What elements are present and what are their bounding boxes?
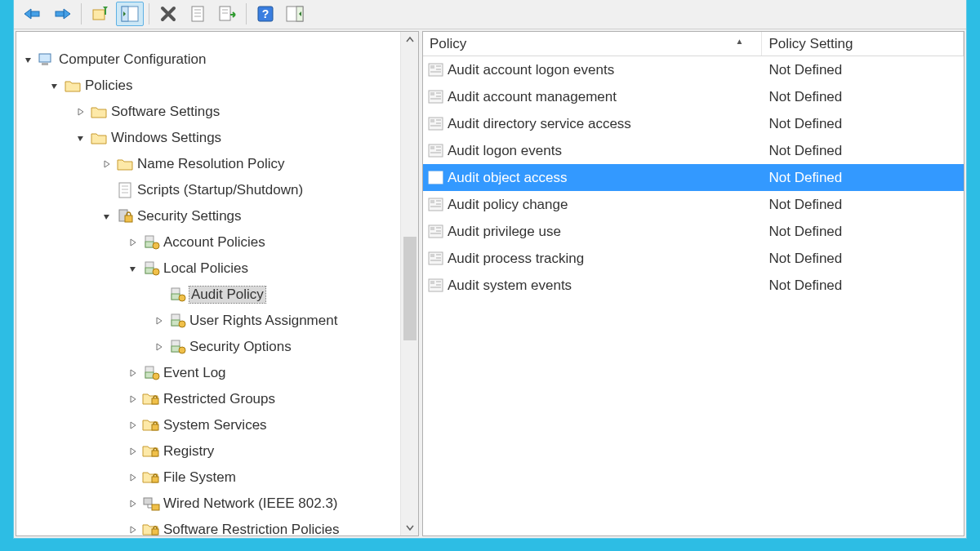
expand-arrow xyxy=(100,183,114,198)
tree-secitem-icon xyxy=(168,339,186,355)
svg-rect-68 xyxy=(436,146,441,148)
svg-rect-43 xyxy=(152,398,158,404)
tree-item-label: Software Restriction Policies xyxy=(163,522,339,535)
tree-item[interactable]: Event Log xyxy=(16,360,399,386)
tree-item[interactable]: Restricted Groups xyxy=(16,386,399,412)
policy-row[interactable]: Audit logon eventsNot Defined xyxy=(423,137,964,164)
svg-rect-6 xyxy=(192,7,203,21)
expand-arrow[interactable] xyxy=(126,261,140,276)
scroll-up-button[interactable] xyxy=(401,32,418,48)
policy-setting: Not Defined xyxy=(768,278,842,293)
policy-row[interactable]: Audit account logon eventsNot Defined xyxy=(423,56,964,83)
details-pane: Policy▲Policy Setting Audit account logo… xyxy=(422,31,964,536)
expand-arrow[interactable] xyxy=(21,52,36,67)
up-button[interactable] xyxy=(87,2,114,26)
tree-folder-icon xyxy=(116,156,134,172)
policy-row[interactable]: Audit privilege useNot Defined xyxy=(423,218,964,245)
svg-rect-77 xyxy=(430,200,434,203)
tree-scrollbar[interactable] xyxy=(400,32,418,535)
sort-ascending-icon: ▲ xyxy=(736,37,744,46)
delete-button[interactable] xyxy=(154,2,182,26)
svg-rect-63 xyxy=(436,119,441,121)
expand-arrow[interactable] xyxy=(126,366,140,380)
export-list-button[interactable] xyxy=(213,2,241,26)
policy-setting: Not Defined xyxy=(768,251,842,266)
expand-arrow[interactable] xyxy=(126,496,140,511)
tree-item[interactable]: System Services xyxy=(16,412,399,438)
tree-item[interactable]: Registry xyxy=(16,438,399,464)
tree-item[interactable]: Local Policies xyxy=(16,256,399,282)
policy-row[interactable]: Audit process trackingNot Defined xyxy=(423,245,964,272)
tree-item[interactable]: Software Settings xyxy=(16,99,399,125)
expand-arrow[interactable] xyxy=(74,131,88,145)
svg-rect-29 xyxy=(145,268,154,273)
expand-arrow[interactable] xyxy=(100,209,114,224)
policy-name: Audit account management xyxy=(448,89,617,105)
policy-setting-column-header[interactable]: Policy Setting xyxy=(762,32,964,56)
show-hide-tree-button[interactable] xyxy=(116,2,144,26)
tree-item[interactable]: Wired Network (IEEE 802.3) xyxy=(16,491,399,517)
list-header: Policy▲Policy Setting xyxy=(423,32,964,56)
expand-arrow[interactable] xyxy=(152,340,167,354)
expand-arrow[interactable] xyxy=(126,418,140,433)
tree-item[interactable]: Audit Policy xyxy=(16,282,399,308)
policy-row[interactable]: Audit system eventsNot Defined xyxy=(423,272,964,299)
svg-rect-80 xyxy=(430,206,441,207)
svg-rect-26 xyxy=(145,242,154,247)
help-button[interactable]: ? xyxy=(252,2,279,26)
policy-list[interactable]: Audit account logon eventsNot DefinedAud… xyxy=(423,56,964,535)
tree-item[interactable]: Software Restriction Policies xyxy=(16,517,399,535)
action-pane-button[interactable] xyxy=(281,2,309,26)
tree-item-label: Event Log xyxy=(163,365,226,381)
expand-arrow[interactable] xyxy=(74,104,88,119)
expand-arrow[interactable] xyxy=(126,235,140,250)
policy-row[interactable]: Audit policy changeNot Defined xyxy=(423,191,964,218)
svg-rect-52 xyxy=(430,65,434,69)
properties-button[interactable] xyxy=(184,2,212,26)
tree-item[interactable]: Security Options xyxy=(16,334,399,360)
back-button[interactable] xyxy=(19,2,47,26)
policy-row[interactable]: Audit directory service accessNot Define… xyxy=(423,110,964,137)
expand-arrow[interactable] xyxy=(152,313,167,328)
expand-arrow[interactable] xyxy=(126,470,140,485)
svg-rect-49 xyxy=(152,529,158,535)
console-tree[interactable]: Computer ConfigurationPoliciesSoftware S… xyxy=(16,47,399,535)
scroll-down-button[interactable] xyxy=(401,519,418,535)
tree-item[interactable]: Name Resolution Policy xyxy=(16,151,399,177)
forward-button[interactable] xyxy=(48,2,76,26)
svg-rect-59 xyxy=(436,96,441,97)
expand-arrow[interactable] xyxy=(47,78,62,93)
policy-column-header[interactable]: Policy▲ xyxy=(423,32,762,56)
toolbar-separator xyxy=(246,3,247,24)
expand-arrow[interactable] xyxy=(126,392,140,407)
tree-secfold-icon xyxy=(142,522,160,535)
svg-rect-41 xyxy=(145,372,154,378)
tree-folder-icon xyxy=(90,104,108,120)
expand-arrow[interactable] xyxy=(126,444,140,459)
svg-rect-60 xyxy=(430,98,441,100)
tree-folder-icon xyxy=(90,130,108,146)
policy-item-icon xyxy=(428,117,444,131)
tree-item[interactable]: Policies xyxy=(16,73,399,99)
scroll-thumb[interactable] xyxy=(403,237,416,340)
policy-row[interactable]: Audit object accessNot Defined xyxy=(423,164,964,191)
expand-arrow[interactable] xyxy=(100,157,114,171)
svg-rect-19 xyxy=(119,183,131,198)
tree-item[interactable]: File System xyxy=(16,464,399,491)
svg-rect-47 xyxy=(144,498,152,504)
tree-item[interactable]: Scripts (Startup/Shutdown) xyxy=(16,177,399,203)
expand-arrow[interactable] xyxy=(126,522,140,535)
svg-rect-83 xyxy=(436,227,441,229)
tree-item[interactable]: Security Settings xyxy=(16,203,399,229)
svg-rect-17 xyxy=(39,54,51,62)
tree-item[interactable]: Windows Settings xyxy=(16,125,399,151)
policy-name: Audit process tracking xyxy=(448,251,584,267)
svg-text:?: ? xyxy=(262,7,270,20)
tree-item[interactable]: Account Policies xyxy=(16,229,399,256)
svg-rect-35 xyxy=(172,320,180,326)
tree-item-label: Wired Network (IEEE 802.3) xyxy=(163,495,338,512)
policy-row[interactable]: Audit account managementNot Defined xyxy=(423,83,964,110)
tree-item[interactable]: Computer Configuration xyxy=(16,47,399,73)
tree-item-label: Windows Settings xyxy=(111,130,221,146)
tree-item[interactable]: User Rights Assignment xyxy=(16,308,399,334)
